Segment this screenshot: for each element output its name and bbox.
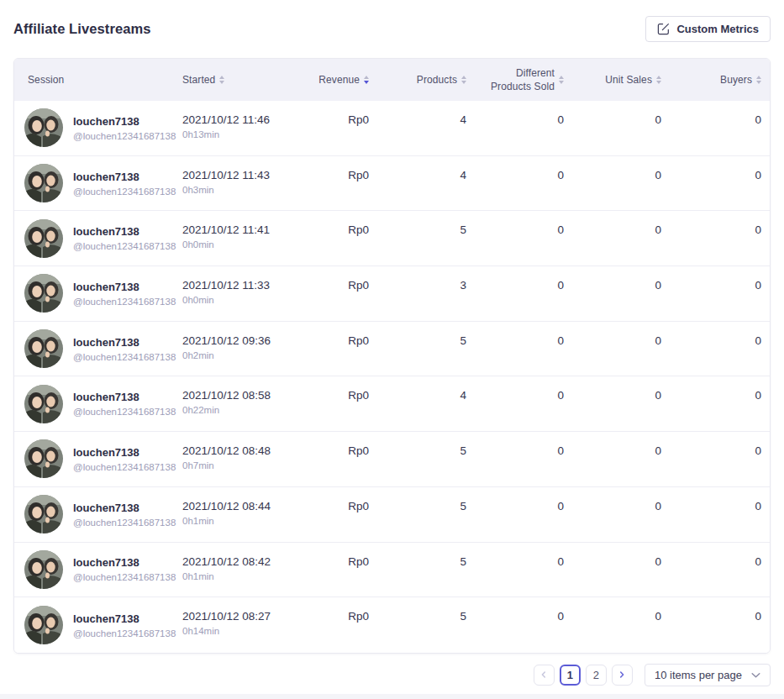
stream-duration: 0h22min — [182, 405, 280, 415]
unit-sales-cell: 0 — [572, 101, 670, 155]
started-datetime: 2021/10/12 09:36 — [182, 334, 280, 347]
different-products-sold-cell: 0 — [475, 543, 572, 597]
session-info: louchen7138 @louchen12341687138 — [73, 612, 176, 639]
session-info: louchen7138 @louchen12341687138 — [73, 556, 176, 582]
livestreams-table: Session Started Revenue Products Differe… — [13, 58, 771, 654]
started-datetime: 2021/10/12 11:41 — [182, 223, 280, 236]
table-row[interactable]: louchen7138 @louchen12341687138 2021/10/… — [14, 101, 770, 156]
products-cell: 5 — [377, 597, 475, 653]
column-header-session: Session — [14, 59, 182, 101]
started-cell: 2021/10/12 08:42 0h1min — [182, 543, 280, 597]
session-cell: louchen7138 @louchen12341687138 — [14, 266, 182, 321]
sort-icon[interactable] — [219, 76, 224, 85]
avatar — [24, 108, 63, 147]
page-2-button[interactable]: 2 — [586, 665, 607, 686]
started-cell: 2021/10/12 08:27 0h14min — [182, 597, 280, 653]
session-name: louchen7138 — [73, 336, 176, 349]
sort-icon-active-desc[interactable] — [364, 76, 369, 85]
table-row[interactable]: louchen7138 @louchen12341687138 2021/10/… — [14, 597, 770, 653]
buyers-cell: 0 — [670, 322, 770, 376]
prev-page-button[interactable] — [534, 665, 555, 686]
revenue-cell: Rp0 — [280, 156, 377, 211]
table-row[interactable]: louchen7138 @louchen12341687138 2021/10/… — [14, 487, 770, 543]
column-label: Unit Sales — [605, 74, 652, 86]
column-header-products[interactable]: Products — [377, 59, 475, 101]
session-info: louchen7138 @louchen12341687138 — [73, 281, 176, 307]
session-name: louchen7138 — [73, 225, 176, 238]
column-label: Different Products Sold — [484, 66, 555, 93]
unit-sales-cell: 0 — [572, 376, 670, 431]
table-row[interactable]: louchen7138 @louchen12341687138 2021/10/… — [14, 211, 770, 266]
started-datetime: 2021/10/12 11:46 — [182, 113, 280, 126]
session-name: louchen7138 — [73, 171, 176, 183]
avatar — [24, 274, 63, 313]
started-cell: 2021/10/12 08:58 0h22min — [182, 376, 280, 431]
column-header-revenue[interactable]: Revenue — [280, 59, 377, 101]
page-size-select[interactable]: 10 items per page — [645, 664, 771, 686]
session-handle: @louchen12341687138 — [73, 352, 176, 362]
session-handle: @louchen12341687138 — [73, 297, 176, 307]
column-header-buyers[interactable]: Buyers — [670, 59, 770, 101]
started-datetime: 2021/10/12 11:43 — [182, 169, 280, 181]
unit-sales-cell: 0 — [572, 487, 670, 542]
chevron-left-icon — [539, 669, 548, 681]
sort-icon[interactable] — [461, 76, 466, 85]
bottom-strip — [0, 694, 784, 699]
session-handle: @louchen12341687138 — [73, 241, 176, 251]
sort-icon[interactable] — [559, 76, 564, 85]
column-header-different-products-sold[interactable]: Different Products Sold — [475, 59, 572, 101]
table-row[interactable]: louchen7138 @louchen12341687138 2021/10/… — [14, 376, 770, 432]
stream-duration: 0h0min — [182, 239, 280, 250]
session-info: louchen7138 @louchen12341687138 — [73, 225, 176, 251]
session-info: louchen7138 @louchen12341687138 — [73, 391, 176, 417]
started-cell: 2021/10/12 11:46 0h13min — [182, 101, 280, 155]
chevron-right-icon — [618, 669, 626, 681]
page-header: Affiliate Livestreams Custom Metrics — [13, 15, 771, 42]
session-handle: @louchen12341687138 — [73, 407, 176, 417]
buyers-cell: 0 — [670, 211, 770, 265]
column-label: Revenue — [318, 74, 360, 86]
unit-sales-cell: 0 — [572, 432, 670, 486]
session-info: louchen7138 @louchen12341687138 — [73, 446, 176, 472]
revenue-cell: Rp0 — [280, 101, 377, 155]
session-name: louchen7138 — [73, 391, 176, 403]
table-row[interactable]: louchen7138 @louchen12341687138 2021/10/… — [14, 322, 770, 377]
session-cell: louchen7138 @louchen12341687138 — [14, 487, 182, 542]
products-cell: 4 — [377, 156, 475, 211]
next-page-button[interactable] — [612, 665, 633, 686]
table-row[interactable]: louchen7138 @louchen12341687138 2021/10/… — [14, 432, 770, 487]
column-label: Products — [417, 74, 457, 86]
revenue-cell: Rp0 — [280, 266, 377, 321]
stream-duration: 0h7min — [182, 460, 280, 470]
session-cell: louchen7138 @louchen12341687138 — [14, 156, 182, 211]
session-info: louchen7138 @louchen12341687138 — [73, 502, 176, 528]
chevron-down-icon — [751, 669, 760, 681]
different-products-sold-cell: 0 — [475, 211, 572, 265]
started-datetime: 2021/10/12 08:48 — [182, 444, 280, 457]
different-products-sold-cell: 0 — [475, 597, 572, 653]
buyers-cell: 0 — [670, 101, 770, 155]
session-cell: louchen7138 @louchen12341687138 — [14, 211, 182, 265]
table-row[interactable]: louchen7138 @louchen12341687138 2021/10/… — [14, 266, 770, 322]
sort-icon[interactable] — [756, 76, 761, 85]
page-title: Affiliate Livestreams — [13, 21, 151, 37]
session-cell: louchen7138 @louchen12341687138 — [14, 432, 182, 486]
table-row[interactable]: louchen7138 @louchen12341687138 2021/10/… — [14, 156, 770, 212]
revenue-cell: Rp0 — [280, 322, 377, 376]
session-cell: louchen7138 @louchen12341687138 — [14, 543, 182, 597]
session-handle: @louchen12341687138 — [73, 628, 176, 639]
stream-duration: 0h1min — [182, 571, 280, 581]
products-cell: 5 — [377, 487, 475, 542]
started-datetime: 2021/10/12 08:58 — [182, 389, 280, 402]
unit-sales-cell: 0 — [572, 266, 670, 321]
page-1-button[interactable]: 1 — [560, 665, 581, 686]
column-header-unit-sales[interactable]: Unit Sales — [572, 59, 670, 101]
session-handle: @louchen12341687138 — [73, 572, 176, 582]
sort-icon[interactable] — [656, 76, 661, 85]
avatar — [24, 550, 63, 589]
table-row[interactable]: louchen7138 @louchen12341687138 2021/10/… — [14, 543, 770, 598]
column-header-started[interactable]: Started — [182, 59, 280, 101]
started-cell: 2021/10/12 08:48 0h7min — [182, 432, 280, 486]
custom-metrics-button[interactable]: Custom Metrics — [645, 16, 771, 42]
unit-sales-cell: 0 — [572, 597, 670, 653]
